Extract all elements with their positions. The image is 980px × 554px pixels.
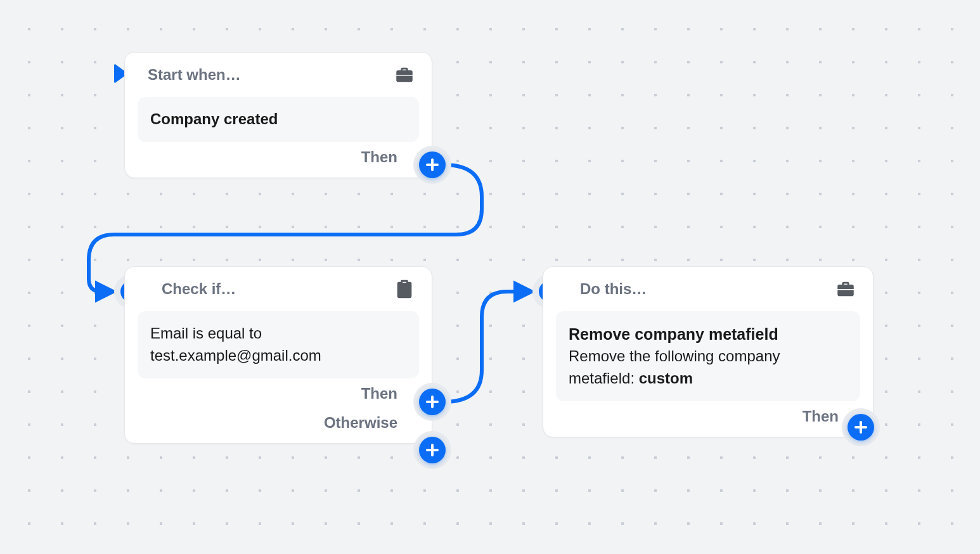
trigger-card[interactable]: Start when… Company created Then [124, 52, 432, 178]
condition-title: Check if… [162, 280, 236, 298]
action-description: Remove the following company metafield: … [569, 345, 848, 390]
trigger-event-chip: Company created [138, 97, 419, 142]
action-then-add-button[interactable] [848, 414, 874, 441]
trigger-then-label: Then [361, 148, 397, 166]
briefcase-icon [394, 64, 415, 86]
clipboard-check-icon [394, 278, 415, 300]
action-description-bold: custom [639, 370, 693, 387]
trigger-event: Company created [150, 110, 278, 127]
condition-card[interactable]: Check if… Email is equal to test.example… [124, 266, 432, 444]
action-card[interactable]: Do this… Remove company metafield Remove… [543, 266, 874, 437]
trigger-then-add-button[interactable] [419, 151, 446, 178]
action-title: Do this… [580, 280, 647, 298]
briefcase-icon [835, 278, 856, 300]
action-heading: Remove company metafield [569, 323, 848, 345]
condition-rule: Email is equal to test.example@gmail.com [150, 325, 321, 364]
condition-otherwise-label: Otherwise [324, 414, 397, 432]
trigger-title: Start when… [148, 66, 241, 84]
condition-otherwise-add-button[interactable] [419, 437, 446, 463]
condition-rule-chip: Email is equal to test.example@gmail.com [138, 311, 419, 378]
condition-then-label: Then [361, 385, 397, 403]
condition-then-add-button[interactable] [419, 389, 446, 415]
action-body-chip: Remove company metafield Remove the foll… [556, 311, 860, 401]
action-then-label: Then [803, 408, 839, 425]
